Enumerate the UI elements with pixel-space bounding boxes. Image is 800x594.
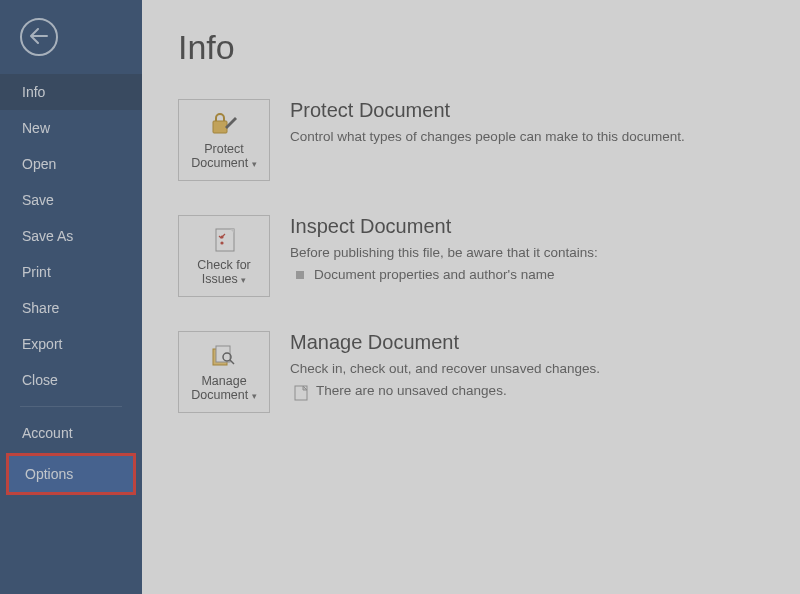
tile-label: Protect Document ▾ (181, 142, 267, 171)
arrow-left-icon (30, 28, 48, 47)
protect-document-button[interactable]: Protect Document ▾ (178, 99, 270, 181)
sidebar-item-info[interactable]: Info (0, 74, 142, 110)
section-manage-document: Manage Document ▾ Manage Document Check … (178, 331, 764, 413)
svg-rect-0 (213, 121, 227, 133)
chevron-down-icon: ▾ (249, 391, 257, 401)
sidebar-item-account[interactable]: Account (0, 415, 142, 451)
manage-note-text: There are no unsaved changes. (316, 383, 507, 398)
sidebar-item-label: Save As (22, 228, 73, 244)
lock-key-icon (209, 110, 239, 138)
section-title: Inspect Document (290, 215, 764, 238)
section-description: Control what types of changes people can… (290, 128, 764, 147)
square-bullet-icon (296, 271, 304, 279)
sidebar-item-label: Account (22, 425, 73, 441)
sidebar-item-label: Export (22, 336, 62, 352)
chevron-down-icon: ▾ (239, 275, 247, 285)
page-title: Info (178, 28, 764, 67)
section-title: Manage Document (290, 331, 764, 354)
check-for-issues-button[interactable]: Check for Issues ▾ (178, 215, 270, 297)
svg-rect-5 (216, 346, 230, 362)
section-description: Before publishing this file, be aware th… (290, 244, 764, 263)
tile-label: Check for Issues ▾ (181, 258, 267, 287)
section-description: Check in, check out, and recover unsaved… (290, 360, 764, 379)
sidebar-item-label: Share (22, 300, 59, 316)
manage-note-row: There are no unsaved changes. (290, 383, 764, 401)
sidebar-item-label: Open (22, 156, 56, 172)
document-icon (294, 385, 308, 401)
annotation-highlight: Options (6, 453, 136, 495)
sidebar-item-share[interactable]: Share (0, 290, 142, 326)
sidebar-item-save-as[interactable]: Save As (0, 218, 142, 254)
sidebar-item-open[interactable]: Open (0, 146, 142, 182)
manage-document-button[interactable]: Manage Document ▾ (178, 331, 270, 413)
tile-label: Manage Document ▾ (181, 374, 267, 403)
sidebar-item-close[interactable]: Close (0, 362, 142, 398)
inspect-bullet-text: Document properties and author's name (314, 267, 554, 282)
sidebar-divider (20, 406, 122, 407)
svg-point-3 (220, 241, 223, 244)
document-stack-magnify-icon (209, 342, 239, 370)
sidebar-item-label: New (22, 120, 50, 136)
section-inspect-document: Check for Issues ▾ Inspect Document Befo… (178, 215, 764, 297)
sidebar-item-save[interactable]: Save (0, 182, 142, 218)
sidebar-item-options[interactable]: Options (9, 456, 133, 492)
sidebar-item-label: Close (22, 372, 58, 388)
chevron-down-icon: ▾ (249, 159, 257, 169)
inspect-bullet-row: Document properties and author's name (290, 267, 764, 282)
sidebar-item-print[interactable]: Print (0, 254, 142, 290)
sidebar-item-label: Options (25, 466, 73, 482)
sidebar-item-label: Save (22, 192, 54, 208)
checklist-icon (209, 226, 239, 254)
backstage-main: Info Protect Document ▾ Protect Document… (142, 0, 800, 594)
sidebar-item-label: Info (22, 84, 45, 100)
backstage-sidebar: Info New Open Save Save As Print Share E… (0, 0, 142, 594)
sidebar-item-new[interactable]: New (0, 110, 142, 146)
sidebar-item-label: Print (22, 264, 51, 280)
svg-rect-1 (216, 229, 234, 251)
back-button[interactable] (20, 18, 58, 56)
sidebar-item-export[interactable]: Export (0, 326, 142, 362)
section-protect-document: Protect Document ▾ Protect Document Cont… (178, 99, 764, 181)
section-title: Protect Document (290, 99, 764, 122)
